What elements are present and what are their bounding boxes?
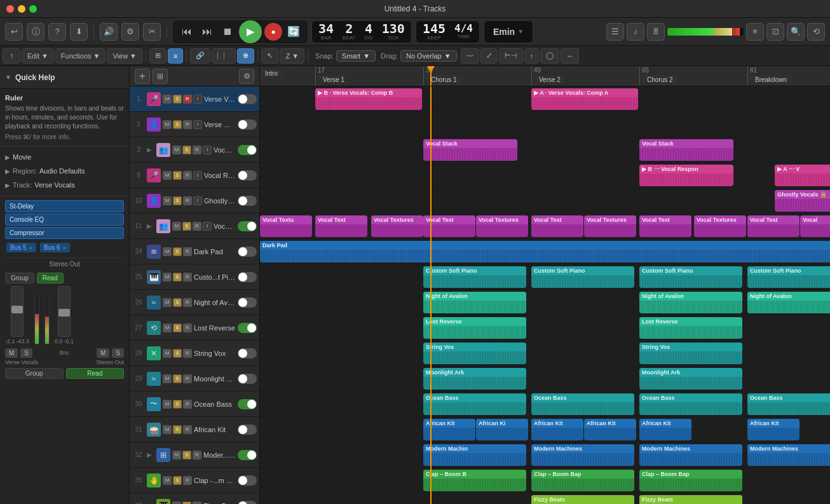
mute-btn-25[interactable]: M — [163, 273, 172, 282]
track-toggle-1[interactable] — [238, 94, 257, 104]
solo-btn-27[interactable]: S — [173, 324, 182, 332]
track-row[interactable]: ▶ Track: Verse Vocals — [5, 178, 124, 192]
arrow-up-btn[interactable]: ↑ — [524, 48, 540, 64]
track-row-26[interactable]: 26 ≈ M S R Night of Avalon — [130, 290, 259, 315]
browser-btn[interactable]: 🔍 — [787, 23, 805, 41]
clip-clap-2[interactable]: Clap – Boom Bap — [531, 470, 634, 491]
mute-btn-9[interactable]: M — [163, 171, 172, 180]
clip-custom-piano-2[interactable]: Custom Soft Piano — [531, 266, 634, 288]
midi2-btn[interactable]: ⊕ — [237, 48, 254, 64]
group-btn[interactable]: Group — [5, 273, 34, 283]
mute-btn-36[interactable]: M — [172, 501, 181, 505]
i-btn-10[interactable]: I — [193, 196, 202, 205]
track-toggle-31[interactable] — [238, 425, 257, 435]
view-menu[interactable]: View ▼ — [107, 48, 142, 64]
list-view-btn2[interactable]: ≡ — [168, 48, 183, 64]
track-row-27[interactable]: 27 ⟲ M S R Lost Reverse — [130, 315, 259, 341]
rec-btn-32[interactable]: R — [193, 451, 201, 460]
rec-btn-3[interactable]: R — [193, 146, 201, 154]
group-btn2[interactable]: Group — [5, 368, 64, 379]
clip-african-kit-6[interactable]: African Kit — [747, 419, 799, 440]
mute-btn-29[interactable]: M — [163, 374, 172, 383]
help-btn[interactable]: ? — [48, 23, 66, 41]
stop-btn[interactable]: ⏹ — [219, 23, 236, 41]
plugin-compressor[interactable]: Compressor — [5, 227, 124, 239]
clip-dark-pad[interactable]: Dark Pad — [260, 241, 830, 262]
clip-vocal-text-6[interactable]: Vocal Textures — [584, 215, 636, 237]
mute-btn-28[interactable]: M — [163, 349, 172, 358]
clip-fizzy-1[interactable]: Fizzy Beats — [531, 495, 634, 504]
track-toggle-27[interactable] — [238, 323, 257, 333]
solo-btn-35[interactable]: S — [173, 476, 182, 485]
track-row-30[interactable]: 30 〜 M S R Ocean Bass — [130, 392, 259, 417]
rec-btn-24[interactable]: R — [183, 247, 192, 256]
record-btn[interactable]: ● — [264, 23, 282, 41]
clip-clap-3[interactable]: Clap – Boom Bap — [639, 470, 742, 491]
track-toggle-30[interactable] — [238, 399, 257, 409]
close-button[interactable] — [6, 5, 14, 13]
solo-btn-36[interactable]: S — [182, 501, 191, 505]
solo-btn-28[interactable]: S — [173, 349, 182, 358]
track-expand-11[interactable]: ▶ — [147, 222, 154, 229]
solo-btn-11[interactable]: S — [182, 222, 191, 231]
clip-african-kit-5[interactable]: African Kit — [639, 419, 691, 440]
clip-vocal-text-9[interactable]: Vocal Text — [747, 215, 799, 237]
s-btn2[interactable]: S — [112, 348, 124, 358]
mute-btn-26[interactable]: M — [163, 298, 172, 307]
edit-menu[interactable]: Edit ▼ — [22, 48, 54, 64]
mute-btn-1[interactable]: M — [163, 95, 172, 104]
functions-menu[interactable]: Functions ▼ — [55, 48, 106, 64]
rec-btn-11[interactable]: R — [193, 222, 201, 231]
bus5-btn[interactable]: Bus 5 ● — [6, 243, 36, 252]
main-fader[interactable] — [11, 286, 24, 337]
m-btn2[interactable]: M — [97, 348, 109, 358]
track-toggle-28[interactable] — [238, 348, 257, 358]
mute-btn-3[interactable]: M — [172, 146, 181, 154]
track-row-35[interactable]: 35 🤚 M S R Clap -...m Bap — [130, 468, 259, 493]
m-btn[interactable]: M — [5, 348, 18, 358]
mute-btn-30[interactable]: M — [163, 400, 172, 409]
import-btn[interactable]: ⬇ — [70, 23, 88, 41]
clip-vocal-response[interactable]: ▶ B ⋯ Vocal Respon — [639, 165, 733, 186]
settings-btn[interactable]: ⚙ — [239, 69, 254, 84]
clip-modern-4[interactable]: Modern Machines — [747, 444, 830, 466]
track-toggle-32[interactable] — [238, 450, 257, 460]
rec-btn-25[interactable]: R — [183, 273, 192, 282]
track-row-1[interactable]: 1 🎤 M S R I Verse Vocals — [130, 86, 259, 112]
rec-btn-9[interactable]: R — [183, 171, 192, 180]
clip-string-vox-1[interactable]: String Vox — [423, 343, 526, 364]
track-toggle-25[interactable] — [238, 272, 257, 282]
zoom-btn[interactable]: Z ▼ — [280, 48, 304, 64]
clip-vocal-text-4[interactable]: Vocal Textures — [476, 215, 528, 237]
clip-night-avalon-3[interactable]: Night of Avalon — [747, 292, 830, 313]
solo-btn-24[interactable]: S — [173, 247, 182, 256]
link-btn[interactable]: 🔗 — [190, 48, 210, 64]
maximize-button[interactable] — [29, 5, 37, 13]
track-row-11[interactable]: 11 ▶ 👥 M S R I Vocal Textures — [130, 214, 259, 239]
pointer-btn[interactable]: ↖ — [261, 48, 278, 64]
i-btn-3[interactable]: I — [203, 146, 212, 154]
minimize-button[interactable] — [18, 5, 25, 13]
clip-lost-reverse-2[interactable]: Lost Reverse — [639, 317, 742, 339]
waveform-btn[interactable]: 〰 — [461, 48, 479, 64]
track-row-25[interactable]: 25 🎹 M S R Custo...t Piano — [130, 264, 259, 290]
clip-verse-vocals-comp-b[interactable]: ▶ B · Verse Vocals: Comp B — [315, 88, 422, 110]
expand-btn[interactable]: ⤢ — [480, 48, 498, 64]
movie-row[interactable]: ▶ Movie — [5, 150, 124, 164]
track-toggle-11[interactable] — [238, 221, 257, 231]
folder-btn[interactable]: ⊞ — [153, 69, 168, 84]
rec-btn-2[interactable]: R — [183, 120, 192, 129]
mute-btn-11[interactable]: M — [172, 222, 181, 231]
key-display[interactable]: Emin ▼ — [484, 20, 533, 43]
i-btn-9[interactable]: I — [193, 171, 202, 180]
rec-btn-27[interactable]: R — [183, 324, 192, 332]
rec-btn-26[interactable]: R — [183, 298, 192, 307]
midi-btn[interactable]: ⎸⎸ — [212, 48, 236, 64]
rec-btn-1[interactable]: R — [183, 95, 192, 104]
track-toggle-36[interactable] — [238, 501, 257, 505]
read-btn[interactable]: Read — [37, 273, 64, 283]
clip-night-avalon-1[interactable]: Night of Avalon — [423, 292, 526, 313]
track-row-36[interactable]: 36 ▶ 🎹 M S R Fizzy Beats — [130, 493, 259, 504]
bus6-btn[interactable]: Bus 6 ● — [40, 243, 70, 252]
clip-vocal-text-0[interactable]: Vocal Textu — [260, 215, 312, 237]
